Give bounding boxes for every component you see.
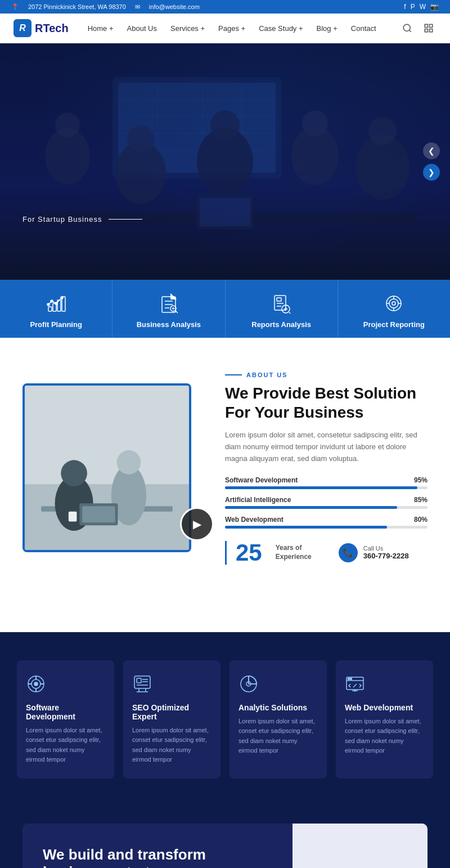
profit-planning-icon	[45, 292, 68, 315]
svg-line-51	[289, 312, 291, 314]
feature-seo: SEO Optimized Expert Lorem ipsum dolor s…	[123, 660, 220, 778]
about-image-frame	[22, 383, 191, 552]
nav-services[interactable]: Services +	[165, 21, 210, 36]
location-icon: 📍	[11, 3, 19, 11]
skill-label-3: Web Development	[225, 516, 284, 524]
svg-point-34	[55, 302, 57, 305]
reports-analysis-icon	[270, 292, 292, 315]
svg-rect-70	[69, 512, 77, 522]
feature-webdev: Web Development Lorem ipsum dolor sit am…	[336, 660, 433, 778]
search-icon[interactable]	[399, 20, 415, 36]
skill-fill-1	[225, 486, 417, 489]
nav-about[interactable]: About Us	[122, 21, 163, 36]
instagram-icon[interactable]: 📷	[430, 3, 439, 11]
feature-desc-1: Lorem ipsum dolor sit amet, conset etur …	[26, 726, 105, 765]
services-strip: Profit Planning Business Analysis Report…	[0, 280, 450, 338]
skill-percent-2: 85%	[414, 496, 428, 504]
service-label-1: Profit Planning	[30, 320, 82, 329]
software-dev-icon	[26, 674, 48, 696]
feature-software: Software Development Lorem ipsum dolor s…	[17, 660, 114, 778]
feature-title-4: Web Development	[345, 703, 424, 712]
svg-point-32	[47, 303, 50, 306]
hero-next-arrow[interactable]: ❯	[423, 164, 440, 181]
feature-title-2: SEO Optimized Expert	[132, 703, 212, 721]
business-analysis-icon	[158, 292, 180, 315]
nav-blog[interactable]: Blog +	[311, 21, 343, 36]
about-people-illustration	[25, 386, 189, 550]
about-section: ▶ ABOUT US We Provide Best Solution For …	[0, 338, 450, 598]
hero-illustration	[0, 43, 450, 280]
svg-rect-28	[48, 307, 52, 311]
pinterest-icon[interactable]: P	[411, 3, 415, 11]
strategy-people-illustration	[292, 824, 428, 868]
skill-percent-1: 95%	[414, 476, 428, 484]
feature-analytic: Analytic Solutions Lorem ipsum dolor sit…	[230, 660, 327, 778]
skill-label-1: Software Development	[225, 476, 298, 484]
skill-label-2: Artificial Intelligence	[225, 496, 291, 504]
call-info: 📞 Call Us 360-779-2228	[339, 543, 409, 562]
skill-fill-2	[225, 506, 397, 509]
feature-title-3: Analytic Solutions	[238, 703, 318, 712]
svg-point-18	[127, 126, 154, 153]
svg-rect-97	[292, 824, 428, 868]
skill-web: Web Development 80%	[225, 516, 428, 529]
svg-line-1	[409, 30, 411, 32]
hero-label: For Startup Business	[22, 215, 142, 223]
service-profit-planning[interactable]: Profit Planning	[0, 280, 112, 338]
whatsapp-icon[interactable]: W	[420, 3, 426, 11]
svg-point-20	[210, 110, 240, 140]
skill-track-3	[225, 526, 428, 529]
feature-desc-2: Lorem ipsum dolor sit amet, conset etur …	[132, 726, 212, 765]
nav-links: Home + About Us Services + Pages + Case …	[82, 21, 399, 36]
about-stats: 25 Years of Experience 📞 Call Us 360-779…	[225, 541, 428, 565]
svg-point-0	[403, 24, 410, 31]
navbar: R RTech Home + About Us Services + Pages…	[0, 14, 450, 43]
skill-track-2	[225, 506, 428, 509]
email-text: info@website.com	[149, 3, 200, 10]
about-content: ABOUT US We Provide Best Solution For Yo…	[225, 372, 428, 565]
service-project-reporting[interactable]: Project Reporting	[338, 280, 450, 338]
nav-icons	[399, 20, 436, 36]
strategy-card: We build and transform businesse strateg…	[22, 824, 428, 868]
about-description: Lorem ipsum dolor sit amet, consetetur s…	[225, 429, 428, 464]
svg-point-55	[389, 299, 398, 308]
feature-title-1: Software Development	[26, 703, 105, 721]
nav-home[interactable]: Home +	[82, 21, 119, 36]
logo[interactable]: R RTech	[14, 19, 69, 37]
features-section: Software Development Lorem ipsum dolor s…	[0, 632, 450, 807]
svg-point-24	[368, 117, 397, 145]
service-business-analysis[interactable]: Business Analysis	[112, 280, 225, 338]
years-label-text: Years of Experience	[276, 544, 312, 561]
grid-icon[interactable]	[421, 20, 436, 36]
project-reporting-icon	[382, 292, 405, 315]
years-label: Years of Experience	[276, 544, 312, 561]
svg-rect-5	[430, 29, 433, 32]
nav-contact[interactable]: Contact	[345, 21, 382, 36]
nav-casestudy[interactable]: Case Study +	[253, 21, 308, 36]
svg-rect-27	[200, 198, 250, 226]
years-stat: 25	[236, 541, 262, 565]
top-bar-left: 📍 2072 Pinnickinick Street, WA 98370 ✉ i…	[11, 3, 200, 11]
svg-point-22	[302, 110, 328, 136]
nav-pages[interactable]: Pages +	[213, 21, 251, 36]
email-icon: ✉	[135, 3, 140, 11]
facebook-icon[interactable]: f	[404, 3, 406, 11]
svg-point-77	[34, 682, 38, 686]
play-button[interactable]: ▶	[180, 507, 214, 541]
svg-point-93	[350, 678, 352, 679]
svg-point-16	[55, 113, 80, 137]
hero-prev-arrow[interactable]: ❮	[423, 142, 440, 159]
about-tag: ABOUT US	[225, 372, 428, 378]
call-details: Call Us 360-779-2228	[363, 545, 409, 560]
top-bar: 📍 2072 Pinnickinick Street, WA 98370 ✉ i…	[0, 0, 450, 14]
call-label: Call Us	[363, 545, 409, 552]
feature-desc-3: Lorem ipsum dolor sit amet, conset etur …	[238, 717, 318, 756]
section-spacer	[0, 598, 450, 632]
logo-icon: R	[14, 19, 32, 37]
service-label-2: Business Analysis	[137, 320, 201, 329]
service-reports-analysis[interactable]: Reports Analysis	[226, 280, 338, 338]
strategy-title: We build and transform businesse strateg…	[43, 846, 272, 868]
svg-point-67	[117, 450, 141, 475]
svg-point-65	[61, 460, 87, 487]
address-text: 2072 Pinnickinick Street, WA 98370	[28, 3, 126, 10]
